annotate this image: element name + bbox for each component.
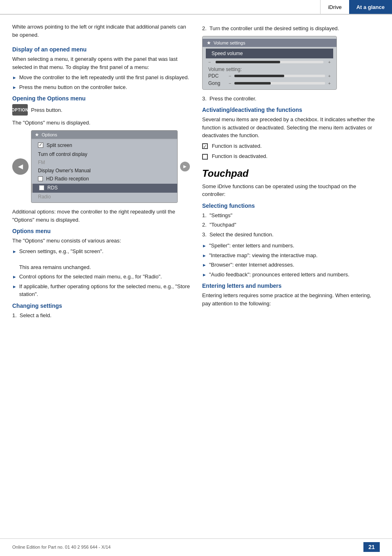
touchpad-heading: Touchpad xyxy=(202,168,380,179)
bullet-item: ► Control options for the selected main … xyxy=(12,273,190,281)
plus-icon: + xyxy=(328,60,331,64)
minus-icon: − xyxy=(229,81,231,86)
plus-icon: + xyxy=(328,81,331,86)
left-column: White arrows pointing to the left or rig… xyxy=(12,23,190,322)
step-item: 3. Select the desired function. xyxy=(202,231,380,239)
right-steps-top: 2. Turn the controller until the desired… xyxy=(202,24,380,33)
pdc-slider-fill xyxy=(234,75,284,77)
selecting-functions-steps: 1. "Settings" 2. "Touchpad" 3. Select th… xyxy=(202,211,380,239)
bullet-item: ► If applicable, further operating optio… xyxy=(12,282,190,298)
minus-icon: − xyxy=(229,73,231,78)
section-heading-changing: Changing settings xyxy=(12,302,190,309)
step-item: 1. "Settings" xyxy=(202,211,380,220)
menu-item-rds: RDS xyxy=(31,184,177,193)
touchpad-text: Some iDrive functions can be operated us… xyxy=(202,182,380,198)
menu-title: Options xyxy=(42,132,57,137)
options-menu-screenshot: ◀ ★ Options ✓ Split screen xyxy=(12,130,190,203)
options-additional-text: Additional options: move the controller … xyxy=(12,208,190,224)
press-button-line: OPTION Press button. xyxy=(12,104,190,116)
func-deactivated-line: Function is deactivated. xyxy=(202,152,380,160)
step-item: 1. Select a field. xyxy=(12,311,190,320)
display-menu-text: When selecting a menu, it generally open… xyxy=(12,55,190,71)
bullet-triangle-icon: ► xyxy=(202,262,207,269)
main-content: White arrows pointing to the left or rig… xyxy=(0,15,392,331)
menu-item-hdradio: HD Radio reception xyxy=(31,175,177,184)
menu-item-owners-manual: Display Owner's Manual xyxy=(31,167,177,175)
minus-icon: − xyxy=(208,60,211,64)
speed-volume-slider xyxy=(216,61,323,63)
volume-settings-icon: ★ xyxy=(207,40,211,46)
menu-star-icon: ★ xyxy=(35,132,39,138)
gong-row: Gong − + xyxy=(203,80,336,87)
header-idrive: iDrive xyxy=(320,0,349,14)
bullet-item: ► Screen settings, e.g., "Split screen".… xyxy=(12,247,190,271)
bullet-triangle-icon: ► xyxy=(202,242,207,249)
right-column: 2. Turn the controller until the desired… xyxy=(202,23,380,322)
bullet-triangle-icon: ► xyxy=(12,84,17,91)
section-heading-options: Opening the Options menu xyxy=(12,95,190,102)
page-header: iDrive At a glance xyxy=(0,0,392,15)
section-heading-selecting: Selecting functions xyxy=(202,202,380,209)
menu-title-bar: ★ Options xyxy=(31,131,177,139)
speed-volume-slider-row: − + xyxy=(203,59,336,65)
plus-icon: + xyxy=(328,73,331,78)
volume-setting-label: Volume setting: xyxy=(203,65,336,72)
section-heading-activating: Activating/deactivating the functions xyxy=(202,107,380,113)
options-menu-bullets: ► Screen settings, e.g., "Split screen".… xyxy=(12,247,190,298)
section-heading-display: Display of an opened menu xyxy=(12,46,190,53)
controller-right-icon: ▶ xyxy=(180,162,190,171)
bullet-triangle-icon: ► xyxy=(12,248,17,255)
menu-item-splitscreen: ✓ Split screen xyxy=(31,141,177,151)
page-number: 21 xyxy=(363,542,380,552)
bullet-triangle-icon: ► xyxy=(12,283,17,290)
display-menu-bullets: ► Move the controller to the left repeat… xyxy=(12,73,190,91)
step-item: 3. Press the controller. xyxy=(202,95,380,103)
bullet-triangle-icon: ► xyxy=(202,271,207,278)
options-menu-text: The "Options" menu consists of various a… xyxy=(12,237,190,245)
step-item: 2. "Touchpad" xyxy=(202,221,380,229)
volume-screenshot: ★ Volume settings Speed volume − + Volum… xyxy=(202,36,337,90)
pdc-row: PDC − + xyxy=(203,72,336,80)
idrive-label: iDrive xyxy=(328,4,341,10)
step-item: 2. Turn the controller until the desired… xyxy=(202,24,380,33)
checked-checkbox-icon xyxy=(202,143,208,149)
menu-items-area: ✓ Split screen Turn off control display … xyxy=(31,140,177,203)
menu-item-turnoff: Turn off control display xyxy=(31,150,177,158)
selecting-functions-bullets: ► "Speller": enter letters and numbers. … xyxy=(202,242,380,278)
volume-title-bar: ★ Volume settings xyxy=(203,39,336,47)
bullet-item: ► "Browser": enter Internet addresses. xyxy=(202,261,380,269)
option-button-image: OPTION xyxy=(12,104,28,116)
bullet-triangle-icon: ► xyxy=(12,274,17,280)
empty-checkbox-icon xyxy=(202,154,208,160)
options-displayed-text: The "Options" menu is displayed. xyxy=(12,119,190,127)
changing-settings-steps: 1. Select a field. xyxy=(12,311,190,320)
section-heading-entering: Entering letters and numbers xyxy=(202,282,380,289)
bullet-item: ► "Audio feedback": pronounces entered l… xyxy=(202,271,380,279)
bullet-item: ► "Interactive map": viewing the interac… xyxy=(202,251,380,260)
menu-item-fm: FM xyxy=(31,158,177,167)
bullet-triangle-icon: ► xyxy=(202,252,207,259)
gong-slider-fill xyxy=(234,82,270,85)
activating-text: Several menu items are preceded by a che… xyxy=(202,116,380,140)
func-activated-line: Function is activated. xyxy=(202,142,380,150)
right-step3: 3. Press the controller. xyxy=(202,95,380,103)
menu-item-radio: Radio xyxy=(31,193,177,201)
menu-body: ★ Options ✓ Split screen Turn xyxy=(31,130,178,203)
page-footer: Online Edition for Part no. 01 40 2 956 … xyxy=(0,538,392,552)
section-heading-options-menu: Options menu xyxy=(12,228,190,234)
bullet-item: ► Press the menu button on the controlle… xyxy=(12,83,190,91)
press-button-text: Press button. xyxy=(31,107,62,113)
controller-left-icon: ◀ xyxy=(12,158,29,175)
footer-text: Online Edition for Part no. 01 40 2 956 … xyxy=(12,545,111,549)
header-ataglance: At a glance xyxy=(349,0,392,14)
ataglance-label: At a glance xyxy=(356,4,385,10)
speed-volume-slider-fill xyxy=(216,61,280,63)
entering-text: Entering letters requires some practice … xyxy=(202,291,380,307)
speed-volume-row: Speed volume xyxy=(206,49,333,58)
gong-slider xyxy=(234,82,325,85)
bullet-item: ► Move the controller to the left repeat… xyxy=(12,73,190,82)
speed-volume-label: Speed volume xyxy=(212,51,243,56)
bullet-triangle-icon: ► xyxy=(12,74,17,81)
volume-settings-title: Volume settings xyxy=(214,40,245,45)
pdc-slider xyxy=(234,75,325,77)
